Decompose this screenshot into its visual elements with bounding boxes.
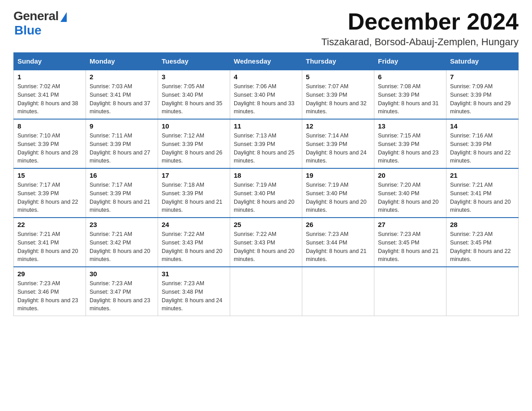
day-number: 30 [90, 270, 154, 278]
table-row: 21 Sunrise: 7:21 AM Sunset: 3:41 PM Dayl… [446, 168, 519, 218]
table-row: 9 Sunrise: 7:11 AM Sunset: 3:39 PM Dayli… [86, 119, 158, 168]
table-row: 25 Sunrise: 7:22 AM Sunset: 3:43 PM Dayl… [230, 218, 302, 267]
table-row: 18 Sunrise: 7:19 AM Sunset: 3:40 PM Dayl… [230, 168, 302, 218]
table-row: 8 Sunrise: 7:10 AM Sunset: 3:39 PM Dayli… [14, 119, 86, 168]
day-info: Sunrise: 7:12 AM Sunset: 3:39 PM Dayligh… [162, 132, 226, 165]
col-tuesday: Tuesday [158, 53, 230, 70]
table-row: 3 Sunrise: 7:05 AM Sunset: 3:40 PM Dayli… [158, 70, 230, 119]
table-row: 6 Sunrise: 7:08 AM Sunset: 3:39 PM Dayli… [374, 70, 446, 119]
day-number: 13 [378, 122, 442, 130]
day-info: Sunrise: 7:21 AM Sunset: 3:41 PM Dayligh… [450, 181, 515, 214]
day-number: 29 [17, 270, 82, 278]
logo-general-text: General [13, 9, 59, 23]
day-number: 24 [162, 221, 226, 228]
day-info: Sunrise: 7:22 AM Sunset: 3:43 PM Dayligh… [234, 230, 298, 264]
day-number: 11 [234, 122, 298, 130]
day-number: 23 [90, 221, 154, 228]
table-row: 1 Sunrise: 7:02 AM Sunset: 3:41 PM Dayli… [14, 70, 86, 119]
table-row: 17 Sunrise: 7:18 AM Sunset: 3:39 PM Dayl… [158, 168, 230, 218]
day-number: 22 [17, 221, 82, 228]
table-row [374, 267, 446, 316]
day-info: Sunrise: 7:17 AM Sunset: 3:39 PM Dayligh… [17, 181, 82, 214]
day-info: Sunrise: 7:20 AM Sunset: 3:40 PM Dayligh… [378, 181, 442, 214]
table-row: 15 Sunrise: 7:17 AM Sunset: 3:39 PM Dayl… [14, 168, 86, 218]
day-number: 27 [378, 221, 442, 228]
table-row: 22 Sunrise: 7:21 AM Sunset: 3:41 PM Dayl… [14, 218, 86, 267]
table-row: 27 Sunrise: 7:23 AM Sunset: 3:45 PM Dayl… [374, 218, 446, 267]
day-number: 6 [378, 73, 442, 81]
logo-triangle-icon [60, 12, 67, 22]
col-sunday: Sunday [14, 53, 86, 70]
table-row: 12 Sunrise: 7:14 AM Sunset: 3:39 PM Dayl… [302, 119, 374, 168]
table-row: 31 Sunrise: 7:23 AM Sunset: 3:48 PM Dayl… [158, 267, 230, 316]
table-row: 24 Sunrise: 7:22 AM Sunset: 3:43 PM Dayl… [158, 218, 230, 267]
day-info: Sunrise: 7:23 AM Sunset: 3:48 PM Dayligh… [162, 279, 226, 313]
days-of-week-row: Sunday Monday Tuesday Wednesday Thursday… [14, 53, 519, 70]
calendar-week-row: 8 Sunrise: 7:10 AM Sunset: 3:39 PM Dayli… [14, 119, 519, 168]
day-info: Sunrise: 7:23 AM Sunset: 3:45 PM Dayligh… [450, 230, 515, 264]
calendar-table: Sunday Monday Tuesday Wednesday Thursday… [13, 52, 519, 316]
table-row: 23 Sunrise: 7:21 AM Sunset: 3:42 PM Dayl… [86, 218, 158, 267]
day-number: 20 [378, 171, 442, 179]
day-number: 4 [234, 73, 298, 81]
table-row: 7 Sunrise: 7:09 AM Sunset: 3:39 PM Dayli… [446, 70, 519, 119]
col-monday: Monday [86, 53, 158, 70]
calendar-week-row: 22 Sunrise: 7:21 AM Sunset: 3:41 PM Dayl… [14, 218, 519, 267]
day-info: Sunrise: 7:23 AM Sunset: 3:47 PM Dayligh… [90, 279, 154, 313]
day-info: Sunrise: 7:16 AM Sunset: 3:39 PM Dayligh… [450, 132, 515, 165]
day-number: 14 [450, 122, 515, 130]
day-number: 5 [306, 73, 370, 81]
day-number: 15 [17, 171, 82, 179]
logo-top: General [13, 9, 67, 23]
col-thursday: Thursday [302, 53, 374, 70]
header-area: General Blue December 2024 Tiszakarad, B… [13, 9, 519, 48]
table-row: 2 Sunrise: 7:03 AM Sunset: 3:41 PM Dayli… [86, 70, 158, 119]
day-number: 21 [450, 171, 515, 179]
table-row: 30 Sunrise: 7:23 AM Sunset: 3:47 PM Dayl… [86, 267, 158, 316]
day-number: 1 [17, 73, 82, 81]
day-info: Sunrise: 7:23 AM Sunset: 3:46 PM Dayligh… [17, 279, 82, 313]
day-info: Sunrise: 7:06 AM Sunset: 3:40 PM Dayligh… [234, 82, 298, 116]
calendar-week-row: 15 Sunrise: 7:17 AM Sunset: 3:39 PM Dayl… [14, 168, 519, 218]
day-info: Sunrise: 7:02 AM Sunset: 3:41 PM Dayligh… [17, 82, 82, 116]
col-friday: Friday [374, 53, 446, 70]
table-row [230, 267, 302, 316]
day-number: 16 [90, 171, 154, 179]
location-subtitle: Tiszakarad, Borsod-Abauj-Zemplen, Hungar… [321, 36, 519, 48]
day-number: 7 [450, 73, 515, 81]
table-row: 19 Sunrise: 7:19 AM Sunset: 3:40 PM Dayl… [302, 168, 374, 218]
day-info: Sunrise: 7:21 AM Sunset: 3:42 PM Dayligh… [90, 230, 154, 264]
day-info: Sunrise: 7:09 AM Sunset: 3:39 PM Dayligh… [450, 82, 515, 116]
day-info: Sunrise: 7:21 AM Sunset: 3:41 PM Dayligh… [17, 230, 82, 264]
day-number: 31 [162, 270, 226, 278]
calendar-week-row: 29 Sunrise: 7:23 AM Sunset: 3:46 PM Dayl… [14, 267, 519, 316]
table-row: 14 Sunrise: 7:16 AM Sunset: 3:39 PM Dayl… [446, 119, 519, 168]
day-info: Sunrise: 7:22 AM Sunset: 3:43 PM Dayligh… [162, 230, 226, 264]
day-number: 10 [162, 122, 226, 130]
logo-blue-text: Blue [14, 23, 42, 38]
day-info: Sunrise: 7:19 AM Sunset: 3:40 PM Dayligh… [234, 181, 298, 214]
day-info: Sunrise: 7:14 AM Sunset: 3:39 PM Dayligh… [306, 132, 370, 165]
day-info: Sunrise: 7:13 AM Sunset: 3:39 PM Dayligh… [234, 132, 298, 165]
day-info: Sunrise: 7:03 AM Sunset: 3:41 PM Dayligh… [90, 82, 154, 116]
month-year-title: December 2024 [321, 9, 519, 34]
day-info: Sunrise: 7:23 AM Sunset: 3:44 PM Dayligh… [306, 230, 370, 264]
col-wednesday: Wednesday [230, 53, 302, 70]
table-row: 29 Sunrise: 7:23 AM Sunset: 3:46 PM Dayl… [14, 267, 86, 316]
day-number: 28 [450, 221, 515, 228]
table-row: 28 Sunrise: 7:23 AM Sunset: 3:45 PM Dayl… [446, 218, 519, 267]
day-info: Sunrise: 7:17 AM Sunset: 3:39 PM Dayligh… [90, 181, 154, 214]
col-saturday: Saturday [446, 53, 519, 70]
day-number: 3 [162, 73, 226, 81]
day-number: 18 [234, 171, 298, 179]
day-info: Sunrise: 7:15 AM Sunset: 3:39 PM Dayligh… [378, 132, 442, 165]
day-info: Sunrise: 7:08 AM Sunset: 3:39 PM Dayligh… [378, 82, 442, 116]
day-number: 17 [162, 171, 226, 179]
day-info: Sunrise: 7:10 AM Sunset: 3:39 PM Dayligh… [17, 132, 82, 165]
day-number: 2 [90, 73, 154, 81]
day-info: Sunrise: 7:23 AM Sunset: 3:45 PM Dayligh… [378, 230, 442, 264]
table-row: 20 Sunrise: 7:20 AM Sunset: 3:40 PM Dayl… [374, 168, 446, 218]
day-info: Sunrise: 7:18 AM Sunset: 3:39 PM Dayligh… [162, 181, 226, 214]
table-row: 11 Sunrise: 7:13 AM Sunset: 3:39 PM Dayl… [230, 119, 302, 168]
table-row: 16 Sunrise: 7:17 AM Sunset: 3:39 PM Dayl… [86, 168, 158, 218]
